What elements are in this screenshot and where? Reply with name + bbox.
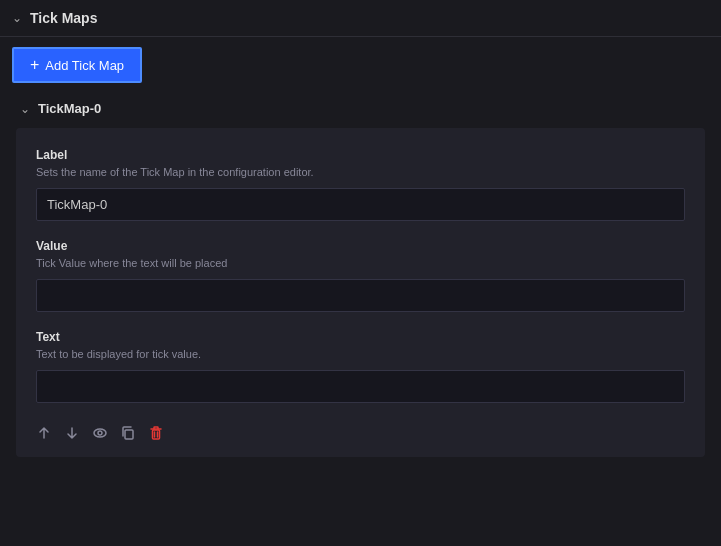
tickmap-item: ⌄ TickMap-0 Label Sets the name of the T…	[0, 93, 721, 469]
tickmap-item-header: ⌄ TickMap-0	[0, 93, 721, 124]
delete-icon[interactable]	[148, 425, 164, 441]
value-field-group: Value Tick Value where the text will be …	[36, 239, 685, 312]
svg-point-1	[98, 431, 102, 435]
value-field-label: Value	[36, 239, 685, 253]
text-field-group: Text Text to be displayed for tick value…	[36, 330, 685, 403]
move-down-icon[interactable]	[64, 425, 80, 441]
tickmap-item-title: TickMap-0	[38, 101, 101, 116]
tick-maps-panel: ⌄ Tick Maps + Add Tick Map ⌄ TickMap-0 L…	[0, 0, 721, 546]
svg-rect-2	[125, 430, 133, 439]
text-field-desc: Text to be displayed for tick value.	[36, 348, 685, 360]
panel-header: ⌄ Tick Maps	[0, 0, 721, 37]
label-field-label: Label	[36, 148, 685, 162]
plus-icon: +	[30, 56, 39, 74]
label-input[interactable]	[36, 188, 685, 221]
action-toolbar	[36, 421, 685, 441]
tickmap-card: Label Sets the name of the Tick Map in t…	[16, 128, 705, 457]
panel-title: Tick Maps	[30, 10, 97, 26]
add-tick-map-label: Add Tick Map	[45, 58, 124, 73]
value-field-desc: Tick Value where the text will be placed	[36, 257, 685, 269]
svg-rect-3	[153, 430, 160, 439]
visibility-icon[interactable]	[92, 425, 108, 441]
value-input[interactable]	[36, 279, 685, 312]
panel-collapse-icon[interactable]: ⌄	[12, 11, 22, 25]
text-input[interactable]	[36, 370, 685, 403]
tickmap-collapse-icon[interactable]: ⌄	[20, 102, 30, 116]
text-field-label: Text	[36, 330, 685, 344]
add-tick-map-button[interactable]: + Add Tick Map	[12, 47, 142, 83]
label-field-desc: Sets the name of the Tick Map in the con…	[36, 166, 685, 178]
copy-icon[interactable]	[120, 425, 136, 441]
label-field-group: Label Sets the name of the Tick Map in t…	[36, 148, 685, 221]
svg-point-0	[94, 429, 106, 437]
move-up-icon[interactable]	[36, 425, 52, 441]
